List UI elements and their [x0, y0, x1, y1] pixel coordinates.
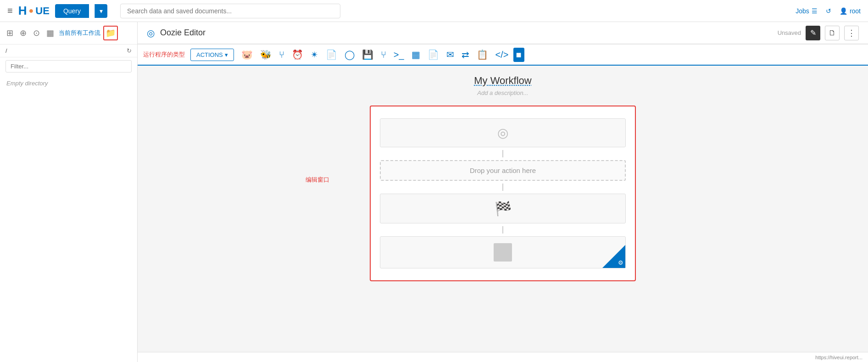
jobs-label: Jobs [796, 7, 809, 15]
connector-2 [502, 184, 503, 191]
action-distcp-icon[interactable]: ⏰ [289, 47, 306, 62]
workflow-box: ◎ Drop your action here 🏁 [370, 106, 636, 281]
kill-node[interactable]: ⚙ [380, 236, 626, 268]
editor-window-label: 编辑窗口 [306, 176, 329, 184]
kill-square-icon [494, 243, 512, 262]
unsaved-label: Unsaved [778, 29, 801, 36]
user-icon: 👤 [840, 7, 847, 15]
action-mapreduce-icon[interactable]: 📄 [323, 47, 340, 62]
sidebar-copy-icon[interactable]: ⊕ [18, 26, 28, 40]
action-transfer-icon[interactable]: ⇄ [459, 47, 472, 62]
query-button[interactable]: Query [55, 4, 89, 18]
path-label: / [6, 47, 7, 54]
history-item[interactable]: ↺ [826, 7, 831, 15]
action-code-icon[interactable]: </> [493, 48, 512, 62]
end-node[interactable]: 🏁 [380, 194, 626, 223]
editor-header: ◎ Oozie Editor Unsaved ✎ 🗋 ⋮ [138, 22, 868, 44]
doc-button[interactable]: 🗋 [825, 26, 840, 40]
action-copy-icon[interactable]: 📋 [474, 47, 491, 62]
actions-toolbar: 运行程序的类型 ACTIONS ▾ 🐷 🐝 ⑂ ⏰ ✴ 📄 ◯ 💾 ⑂ >_ ▦… [138, 44, 868, 66]
sidebar-search-icon[interactable]: ⊙ [31, 26, 42, 40]
status-url: https://hiveui.report... [815, 355, 862, 360]
more-button[interactable]: ⋮ [844, 26, 859, 40]
top-nav: ≡ H ● UE Query ▾ Jobs ☰ ↺ 👤 root [0, 0, 868, 22]
sidebar-toolbar: ⊞ ⊕ ⊙ ▦ 当前所有工作流 📁 [0, 22, 137, 45]
connector-3 [502, 226, 503, 234]
filter-input[interactable] [6, 60, 132, 72]
edit-button[interactable]: ✎ [806, 26, 820, 40]
app-logo: H ● UE [18, 4, 50, 18]
action-hive-old-icon[interactable]: ▦ [409, 47, 423, 62]
action-email-icon[interactable]: ✉ [444, 47, 457, 62]
sidebar-grid-icon[interactable]: ▦ [45, 26, 56, 40]
sidebar-workflow-active-icon[interactable]: 📁 [103, 26, 118, 40]
content-area: ◎ Oozie Editor Unsaved ✎ 🗋 ⋮ 运行程序的类型 ACT… [138, 22, 868, 362]
action-pig-icon[interactable]: 🐷 [239, 47, 256, 62]
drop-zone-label: Drop your action here [470, 167, 536, 174]
start-icon: ◎ [497, 125, 508, 140]
end-flag-icon: 🏁 [495, 200, 512, 217]
hamburger-icon[interactable]: ≡ [7, 6, 13, 16]
search-input[interactable] [120, 4, 340, 18]
corner-gear-icon: ⚙ [618, 259, 623, 266]
sidebar-table-icon[interactable]: ⊞ [5, 26, 15, 40]
start-node[interactable]: ◎ [380, 118, 626, 147]
jobs-item[interactable]: Jobs ☰ [796, 7, 818, 15]
refresh-icon[interactable]: ↻ [127, 47, 132, 54]
sidebar: ⊞ ⊕ ⊙ ▦ 当前所有工作流 📁 / ↻ Empty directory [0, 22, 138, 362]
action-stop-icon[interactable]: ■ [513, 48, 524, 62]
workflow-title[interactable]: My Workflow [474, 75, 532, 87]
action-sqoop-icon[interactable]: ⑂ [276, 48, 287, 62]
workflow-description[interactable]: Add a description... [477, 89, 528, 96]
main-layout: ⊞ ⊕ ⊙ ▦ 当前所有工作流 📁 / ↻ Empty directory ◎ … [0, 22, 868, 362]
action-type-label: 运行程序的类型 [143, 50, 185, 59]
action-document-icon[interactable]: 📄 [425, 47, 442, 62]
action-hdfs-icon[interactable]: 💾 [359, 47, 376, 62]
connector-1 [502, 150, 503, 157]
nav-right: Jobs ☰ ↺ 👤 root [796, 7, 861, 15]
action-shell-icon[interactable]: >_ [391, 48, 407, 62]
query-dropdown-button[interactable]: ▾ [95, 4, 107, 18]
editor-title: Oozie Editor [160, 28, 206, 38]
user-label: root [850, 7, 861, 15]
action-hive-icon[interactable]: 🐝 [257, 47, 274, 62]
history-icon: ↺ [826, 7, 831, 15]
drop-zone[interactable]: Drop your action here [380, 160, 626, 181]
user-item[interactable]: 👤 root [840, 7, 861, 15]
editor-header-right: Unsaved ✎ 🗋 ⋮ [778, 26, 859, 40]
sidebar-filter [0, 57, 137, 75]
actions-btn-label: ACTIONS [196, 51, 223, 58]
action-git-icon[interactable]: ⑂ [378, 48, 389, 62]
action-subworkflow-icon[interactable]: ◯ [342, 47, 357, 62]
statusbar: https://hiveui.report... [138, 352, 868, 362]
action-spark-icon[interactable]: ✴ [308, 47, 321, 62]
sidebar-empty-label: Empty directory [0, 75, 137, 91]
actions-dropdown-button[interactable]: ACTIONS ▾ [190, 49, 234, 61]
oozie-editor-icon: ◎ [147, 28, 155, 39]
jobs-list-icon: ☰ [812, 7, 818, 15]
actions-dropdown-icon: ▾ [225, 51, 228, 58]
sidebar-path: / ↻ [0, 45, 137, 57]
workflow-canvas[interactable]: 编辑窗口 My Workflow Add a description... ◎ … [138, 66, 868, 352]
sidebar-workflows-label: 当前所有工作流 [59, 29, 100, 37]
